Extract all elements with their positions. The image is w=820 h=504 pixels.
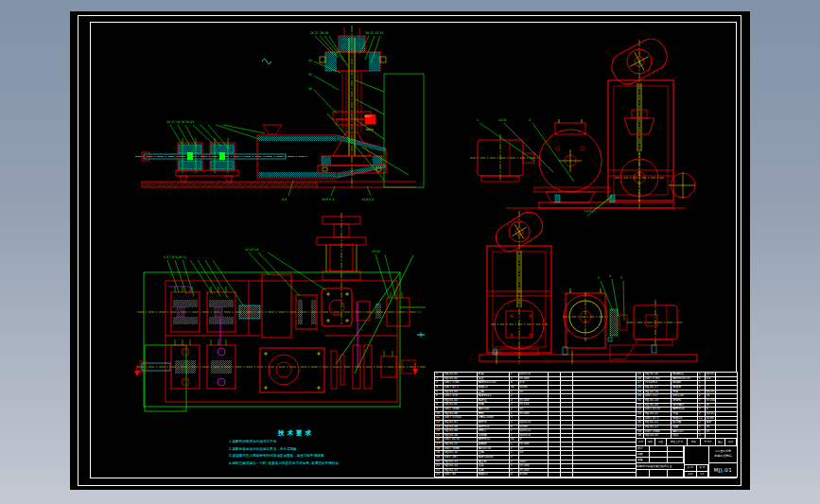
- parts-list-cell: GB/T 11544: [444, 416, 478, 420]
- parts-list-cell: GB/T 5782: [644, 377, 672, 381]
- department-line: 机械设计制造及其自动化专业: [637, 463, 684, 470]
- parts-list-cell: 2: [435, 377, 444, 381]
- parts-list-cell: [561, 426, 573, 429]
- parts-list-cell: 14: [435, 429, 444, 433]
- belt-pulley-housing: [534, 119, 610, 202]
- parts-list-cell: 1: [510, 447, 519, 451]
- parts-list-cell: 18: [435, 447, 444, 451]
- parts-list-cell: HT150: [519, 403, 550, 407]
- parts-list-cell: [573, 473, 636, 477]
- leader-lines: [480, 123, 612, 216]
- parts-list-cell: 联轴器: [478, 443, 510, 446]
- parts-list-cell: [573, 373, 636, 376]
- parts-list-cell: 进料斗: [478, 429, 510, 433]
- parts-list-cell: MJJ.01-19: [644, 399, 672, 403]
- parts-list-cell: 1: [698, 386, 706, 390]
- parts-list-cell: [573, 394, 636, 398]
- parts-list-cell: [561, 438, 573, 442]
- parts-list-cell: 2: [510, 394, 519, 398]
- parts-list-cell: 1: [698, 430, 706, 434]
- parts-list-cell: [549, 443, 561, 446]
- side-motor: [610, 300, 684, 359]
- note-line: 4.整机空载试运转一小时, 检查各部无异常后方可使用, 各紧固件不得松动。: [229, 461, 390, 467]
- parts-list-cell: 2: [510, 403, 519, 407]
- parts-list-cell: 螺母M16: [672, 408, 697, 411]
- end-elevation-view: 1 4,6,8 2: [468, 28, 695, 217]
- parts-list-cell: [561, 434, 573, 438]
- parts-list-cell: [573, 464, 636, 468]
- callout-numbers: 1 4,6,8 2: [477, 118, 531, 122]
- parts-list-cell: [561, 421, 573, 425]
- parts-list-cell: [561, 399, 573, 403]
- role-label: 设计: [637, 446, 650, 451]
- parts-list-table: 1MJJ.01-01机架1Q235-A2MJJ.01-02底座1HT2003GB…: [434, 372, 738, 478]
- parts-list-cell: 20: [435, 456, 444, 460]
- parts-list-cell: [561, 412, 573, 416]
- parts-list-cell: 1: [510, 377, 519, 381]
- svg-text:2: 2: [529, 118, 531, 122]
- parts-list-cell: 38: [637, 430, 644, 434]
- parts-list-cell: 1: [510, 412, 519, 416]
- cad-application-screenshot: { "drawing": { "code": "MJJ.01", "bearin…: [0, 0, 820, 504]
- parts-list-cell: 45: [519, 451, 550, 455]
- plan-view-svg: 5 6 7 8 9 10 11 12 13 14 15 16: [137, 213, 426, 435]
- parts-list-cell: 搅拌叶片: [478, 426, 510, 429]
- datum-tick: [416, 331, 426, 339]
- parts-list-cell: 5: [435, 391, 444, 394]
- parts-list-cell: 橡胶: [706, 421, 717, 425]
- svg-text:10 8 6 4: 10 8 6 4: [322, 198, 334, 201]
- bearing-code-label: 6012: [364, 114, 372, 118]
- parts-list-cell: 25: [637, 373, 644, 376]
- parts-list-cell: [561, 373, 573, 376]
- parts-list-cell: 1: [510, 443, 519, 446]
- lower-shaft-row: [137, 339, 426, 392]
- svg-text:16 17 18 19 20 21: 16 17 18 19 20 21: [166, 120, 194, 124]
- parts-list-cell: 轴承6012: [478, 394, 510, 398]
- parts-list-cell: 1: [510, 429, 519, 433]
- parts-list-cell: [549, 421, 561, 425]
- parts-list-cell: [549, 391, 561, 394]
- title-block-field: 处数: [646, 439, 655, 445]
- parts-list-cell: [561, 377, 573, 381]
- parts-list-cell: GB/T 276: [444, 394, 478, 398]
- parts-list-cell: 1: [510, 434, 519, 438]
- parts-list-cell: 3: [435, 381, 444, 385]
- parts-list-cell: [716, 377, 737, 381]
- parts-list-cell: [561, 461, 573, 464]
- svg-text:30 31 32 33: 30 31 32 33: [365, 31, 383, 35]
- parts-list-cell: MJJ.01-15: [444, 469, 478, 473]
- svg-text:4: 4: [609, 274, 611, 278]
- parts-list-cell: 17: [435, 443, 444, 446]
- note-line: 1.装配前所有零件均须清洗干净。: [229, 439, 390, 445]
- note-line: 3.减速器内注入规定牌号的润滑油至油面线，各密封处不得渗漏。: [229, 453, 390, 460]
- parts-list-cell: HT200: [519, 443, 550, 446]
- parts-list-cell: 1: [510, 391, 519, 394]
- parts-list-cell: 1: [698, 381, 706, 385]
- parts-list-cell: 36: [637, 421, 644, 425]
- parts-list-cell: [549, 412, 561, 416]
- parts-list-cell: 2: [510, 408, 519, 411]
- parts-list-cell: GB/T 1096: [644, 430, 672, 434]
- parts-list-cell: 12: [698, 417, 706, 421]
- parts-list-cell: 33: [637, 408, 644, 411]
- parts-list-cell: [549, 373, 561, 376]
- svg-text:1: 1: [477, 118, 479, 122]
- parts-list-cell: [549, 426, 561, 429]
- parts-list-cell: V带A-1400: [478, 416, 510, 420]
- parts-list-left-columns: 1MJJ.01-01机架1Q235-A2MJJ.01-02底座1HT2003GB…: [435, 373, 637, 477]
- parts-list-cell: [573, 381, 636, 385]
- parts-list-cell: [573, 469, 636, 473]
- title-block-field: 年月日: [701, 439, 716, 445]
- parts-list-cell: 34: [637, 412, 644, 416]
- side-elevation-view: 2 4 5 1,4,6: [468, 203, 700, 374]
- parts-list-cell: 轴承30208: [478, 456, 510, 460]
- parts-list-cell: 35: [637, 417, 644, 421]
- technical-notes: 技术要求 1.装配前所有零件均须清洗干净。 2.装配后各运动部件应运转灵活，无卡…: [229, 429, 390, 466]
- parts-list-cell: 7: [435, 399, 444, 403]
- parts-list-cell: 护罩: [672, 391, 697, 394]
- parts-list-cell: [549, 399, 561, 403]
- parts-list-cell: [573, 447, 636, 451]
- bearing-housing-right: [210, 138, 235, 173]
- housing-supports: [176, 170, 238, 182]
- parts-list-cell: [573, 421, 636, 425]
